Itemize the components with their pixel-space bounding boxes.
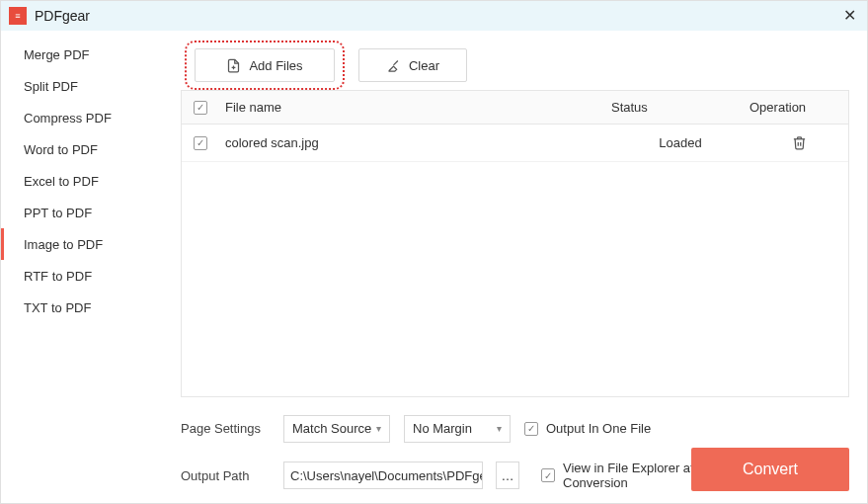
sidebar-item-split[interactable]: Split PDF bbox=[1, 70, 171, 102]
view-after-checkbox[interactable]: ✓ bbox=[541, 468, 555, 482]
output-path-field[interactable]: C:\Users\nayel\Documents\PDFgear bbox=[283, 462, 483, 489]
sidebar-item-txt[interactable]: TXT to PDF bbox=[1, 292, 171, 323]
chevron-down-icon: ▾ bbox=[376, 423, 381, 434]
output-path-label: Output Path bbox=[181, 468, 270, 483]
main-panel: Add Files Clear ✓ File name Status Opera… bbox=[171, 31, 867, 504]
row-status: Loaded bbox=[611, 135, 750, 150]
trash-icon bbox=[792, 135, 807, 150]
col-operation: Operation bbox=[750, 100, 848, 115]
titlebar: ≡ PDFgear ✕ bbox=[1, 1, 867, 31]
margin-select[interactable]: No Margin ▾ bbox=[404, 415, 511, 443]
sidebar: Merge PDF Split PDF Compress PDF Word to… bbox=[1, 31, 171, 504]
output-one-file-checkbox[interactable]: ✓ bbox=[524, 422, 538, 436]
file-plus-icon bbox=[226, 58, 241, 73]
broom-icon bbox=[386, 58, 401, 73]
chevron-down-icon: ▾ bbox=[497, 423, 502, 434]
browse-path-button[interactable]: … bbox=[496, 462, 519, 489]
sidebar-item-excel[interactable]: Excel to PDF bbox=[1, 165, 171, 197]
app-logo: ≡ bbox=[9, 7, 27, 25]
convert-button[interactable]: Convert bbox=[691, 448, 849, 491]
convert-label: Convert bbox=[743, 461, 798, 478]
file-table: ✓ File name Status Operation ✓ colored s… bbox=[181, 90, 849, 397]
col-filename: File name bbox=[219, 100, 611, 115]
sidebar-item-label: Merge PDF bbox=[24, 47, 89, 62]
margin-value: No Margin bbox=[413, 421, 472, 436]
delete-row-button[interactable] bbox=[792, 135, 807, 150]
output-path-value: C:\Users\nayel\Documents\PDFgear bbox=[290, 468, 483, 483]
col-status: Status bbox=[611, 100, 750, 115]
sidebar-item-label: Compress PDF bbox=[24, 111, 112, 126]
toolbar: Add Files Clear bbox=[181, 41, 849, 90]
close-icon[interactable]: ✕ bbox=[839, 5, 859, 25]
row-filename: colored scan.jpg bbox=[219, 135, 611, 150]
page-size-value: Match Source bbox=[292, 421, 371, 436]
sidebar-item-ppt[interactable]: PPT to PDF bbox=[1, 197, 171, 228]
page-size-select[interactable]: Match Source ▾ bbox=[283, 415, 390, 443]
page-settings-label: Page Settings bbox=[181, 421, 270, 436]
add-files-label: Add Files bbox=[249, 58, 302, 73]
sidebar-item-word[interactable]: Word to PDF bbox=[1, 133, 171, 165]
sidebar-item-label: Split PDF bbox=[24, 79, 78, 94]
sidebar-item-label: TXT to PDF bbox=[24, 300, 91, 315]
sidebar-item-label: Word to PDF bbox=[24, 142, 98, 157]
sidebar-item-image[interactable]: Image to PDF bbox=[1, 228, 171, 260]
table-header: ✓ File name Status Operation bbox=[182, 91, 848, 125]
sidebar-item-label: Image to PDF bbox=[24, 237, 103, 252]
sidebar-item-merge[interactable]: Merge PDF bbox=[1, 39, 171, 70]
app-title: PDFgear bbox=[35, 8, 90, 24]
row-checkbox[interactable]: ✓ bbox=[194, 136, 207, 150]
add-files-button[interactable]: Add Files bbox=[195, 48, 335, 82]
sidebar-item-rtf[interactable]: RTF to PDF bbox=[1, 260, 171, 292]
output-one-file-label: Output In One File bbox=[546, 421, 651, 436]
table-row: ✓ colored scan.jpg Loaded bbox=[182, 125, 848, 162]
sidebar-item-compress[interactable]: Compress PDF bbox=[1, 102, 171, 133]
select-all-checkbox[interactable]: ✓ bbox=[194, 101, 207, 115]
sidebar-item-label: RTF to PDF bbox=[24, 269, 92, 284]
sidebar-item-label: PPT to PDF bbox=[24, 206, 92, 220]
clear-button[interactable]: Clear bbox=[358, 48, 467, 82]
clear-label: Clear bbox=[409, 58, 439, 73]
add-files-highlight: Add Files bbox=[185, 41, 345, 90]
sidebar-item-label: Excel to PDF bbox=[24, 174, 99, 189]
